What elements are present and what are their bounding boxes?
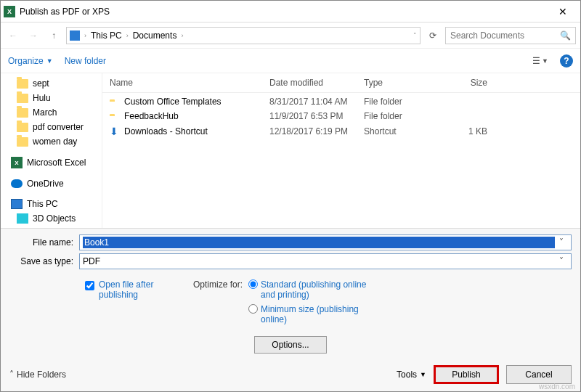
filename-input[interactable] xyxy=(83,237,555,248)
hide-folders-button[interactable]: ˄ Hide Folders xyxy=(9,369,66,380)
sidebar: sept Hulu March pdf converter women day … xyxy=(1,73,102,228)
objects-icon xyxy=(17,213,28,224)
col-size[interactable]: Size xyxy=(429,78,487,88)
col-name[interactable]: Name xyxy=(110,78,269,88)
back-button[interactable]: ← xyxy=(5,28,21,44)
folder-icon xyxy=(17,123,28,132)
tools-menu[interactable]: Tools ▼ xyxy=(397,369,426,380)
open-after-input[interactable] xyxy=(85,281,94,290)
shortcut-icon: ⬇ xyxy=(110,126,118,137)
folder-icon xyxy=(17,94,28,103)
options-area: Open file after publishing Optimize for:… xyxy=(9,272,572,329)
chevron-down-icon: ▼ xyxy=(420,371,426,378)
sidebar-item-march[interactable]: March xyxy=(1,105,102,120)
column-headers: Name Date modified Type Size xyxy=(102,73,580,93)
publish-button[interactable]: Publish xyxy=(434,365,499,384)
optimize-label: Optimize for: xyxy=(193,279,243,324)
file-row[interactable]: Custom Office Templates 8/31/2017 11:04 … xyxy=(102,94,580,109)
close-button[interactable]: ✕ xyxy=(548,6,577,17)
filename-row: File name: ˅ xyxy=(9,234,572,250)
cancel-button[interactable]: Cancel xyxy=(506,365,572,384)
open-after-checkbox[interactable]: Open file after publishing xyxy=(85,279,164,324)
pc-icon xyxy=(70,30,80,41)
savetype-label: Save as type: xyxy=(9,256,73,266)
optimize-minimum-radio[interactable]: Minimum size (publishing online) xyxy=(248,304,370,324)
filename-dropdown[interactable]: ˅ xyxy=(555,237,568,248)
help-button[interactable]: ? xyxy=(560,54,573,68)
file-row[interactable]: ⬇ Downloads - Shortcut 12/18/2017 6:19 P… xyxy=(102,123,580,139)
sidebar-item-excel[interactable]: XMicrosoft Excel xyxy=(1,155,102,171)
folder-icon xyxy=(17,137,28,147)
chevron-up-icon: ˄ xyxy=(9,369,14,380)
savetype-row: Save as type: PDF ˅ xyxy=(9,253,572,269)
optimize-group: Optimize for: Standard (publishing onlin… xyxy=(193,279,370,324)
view-options-button[interactable]: ☰ ▼ xyxy=(532,56,548,66)
chevron-right-icon[interactable]: › xyxy=(126,32,129,39)
sidebar-item-hulu[interactable]: Hulu xyxy=(1,91,102,105)
sidebar-item-women-day[interactable]: women day xyxy=(1,134,102,149)
options-button[interactable]: Options... xyxy=(254,336,327,354)
savetype-value: PDF xyxy=(83,256,555,266)
chevron-right-icon[interactable]: › xyxy=(84,32,86,39)
footer: ˄ Hide Folders Tools ▼ Publish Cancel xyxy=(1,358,580,391)
forward-button[interactable]: → xyxy=(25,28,41,44)
breadcrumb[interactable]: › This PC › Documents › ˅ xyxy=(66,27,420,44)
savetype-field[interactable]: PDF ˅ xyxy=(79,253,572,269)
window-title: Publish as PDF or XPS xyxy=(20,7,548,17)
chevron-down-icon[interactable]: ˅ xyxy=(413,32,417,39)
file-row[interactable]: FeedbackHub 11/9/2017 6:53 PM File folde… xyxy=(102,109,580,123)
toolbar: Organize ▼ New folder ☰ ▼ ? xyxy=(1,49,580,73)
onedrive-icon xyxy=(11,179,23,188)
excel-app-icon: X xyxy=(4,6,15,17)
chevron-right-icon[interactable]: › xyxy=(181,32,183,39)
search-icon[interactable]: 🔍 xyxy=(560,30,571,41)
sidebar-item-sept[interactable]: sept xyxy=(1,76,102,91)
dialog-window: X Publish as PDF or XPS ✕ ← → ↑ › This P… xyxy=(0,0,581,392)
organize-menu[interactable]: Organize ▼ xyxy=(8,56,53,66)
up-button[interactable]: ↑ xyxy=(46,28,62,44)
sidebar-item-pdf-converter[interactable]: pdf converter xyxy=(1,120,102,134)
savetype-dropdown[interactable]: ˅ xyxy=(555,256,568,266)
sidebar-item-onedrive[interactable]: OneDrive xyxy=(1,176,102,191)
new-folder-button[interactable]: New folder xyxy=(65,56,106,66)
titlebar: X Publish as PDF or XPS ✕ xyxy=(1,1,580,23)
optimize-standard-radio[interactable]: Standard (publishing online and printing… xyxy=(248,279,370,300)
filename-label: File name: xyxy=(9,237,73,248)
folder-icon xyxy=(17,79,28,89)
watermark: wsxdn.com xyxy=(539,383,575,391)
sidebar-item-3d-objects[interactable]: 3D Objects xyxy=(1,211,102,226)
crumb-root[interactable]: This PC xyxy=(88,30,125,41)
search-box[interactable]: 🔍 xyxy=(445,27,576,44)
filename-field[interactable]: ˅ xyxy=(79,234,572,250)
pc-icon xyxy=(11,199,23,209)
bottom-panel: File name: ˅ Save as type: PDF ˅ Open fi… xyxy=(1,228,580,358)
crumb-current[interactable]: Documents xyxy=(130,30,180,41)
refresh-button[interactable]: ⟳ xyxy=(425,28,441,44)
col-date[interactable]: Date modified xyxy=(269,78,364,88)
excel-icon: X xyxy=(11,157,23,168)
search-input[interactable] xyxy=(450,30,560,41)
file-list: Custom Office Templates 8/31/2017 11:04 … xyxy=(102,93,580,228)
sidebar-item-this-pc[interactable]: This PC xyxy=(1,197,102,211)
body-split: sept Hulu March pdf converter women day … xyxy=(1,73,580,228)
folder-icon xyxy=(17,108,28,118)
file-pane: Name Date modified Type Size Custom Offi… xyxy=(102,73,580,228)
col-type[interactable]: Type xyxy=(364,78,429,88)
chevron-down-icon: ▼ xyxy=(46,57,53,65)
nav-bar: ← → ↑ › This PC › Documents › ˅ ⟳ 🔍 xyxy=(1,23,580,49)
